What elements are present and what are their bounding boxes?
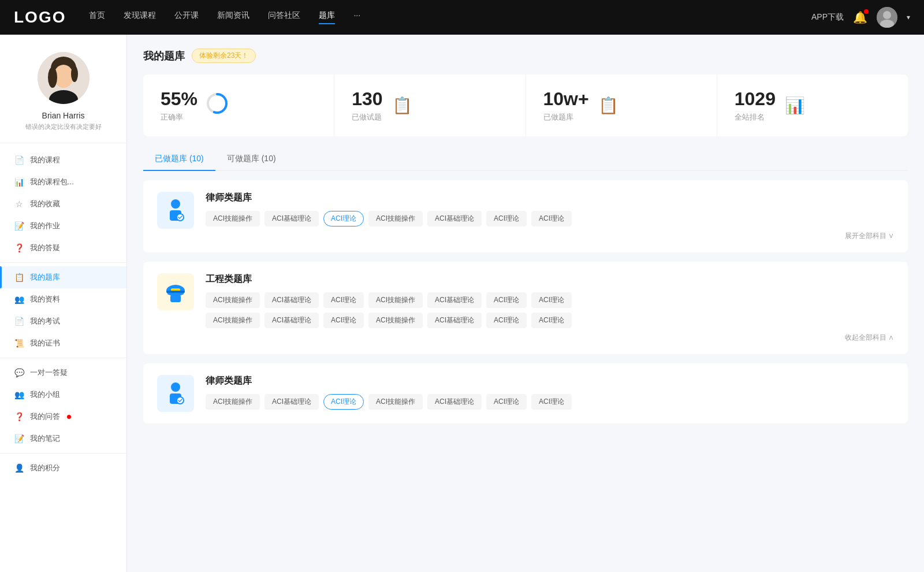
tab-done[interactable]: 已做题库 (10) [143,148,215,171]
sidebar-item-my-package[interactable]: 📊 我的课程包... [0,171,126,193]
tag-2-r2-6[interactable]: ACI理论 [531,313,572,328]
tag-3-1[interactable]: ACI基础理论 [264,394,319,410]
svg-point-7 [71,66,78,82]
nav-qa[interactable]: 问答社区 [268,10,300,24]
svg-point-11 [171,199,180,209]
sidebar-item-my-cert[interactable]: 📜 我的证书 [0,332,126,354]
tab-available[interactable]: 可做题库 (10) [215,148,288,171]
tag-3-0[interactable]: ACI技能操作 [206,394,260,410]
done-questions-label: 已做试题 [352,112,382,122]
tag-2-0[interactable]: ACI技能操作 [206,292,260,308]
sidebar-item-one-on-one[interactable]: 💬 一对一答疑 [0,362,126,384]
one-on-one-icon: 💬 [14,367,24,378]
accuracy-label: 正确率 [161,112,198,122]
stat-rank: 1029 全站排名 📊 [717,75,908,136]
tag-2-4[interactable]: ACI基础理论 [427,292,482,308]
sidebar-item-my-homework[interactable]: 📝 我的作业 [0,215,126,237]
sidebar-item-my-questions[interactable]: ❓ 我的问答 [0,406,126,428]
tag-3-5[interactable]: ACI理论 [486,394,527,410]
tag-3-2[interactable]: ACI理论 [323,394,364,410]
qbank-tags-2-row1: ACI技能操作 ACI基础理论 ACI理论 ACI技能操作 ACI基础理论 AC… [206,292,894,308]
sidebar-item-my-course[interactable]: 📄 我的课程 [0,149,126,171]
nav-discover[interactable]: 发现课程 [124,10,156,24]
sidebar-item-my-collect[interactable]: ☆ 我的收藏 [0,193,126,215]
my-points-icon: 👤 [14,463,24,473]
tag-2-6[interactable]: ACI理论 [531,292,572,308]
nav-home[interactable]: 首页 [89,10,105,24]
tag-3-6[interactable]: ACI理论 [531,394,572,410]
sidebar-item-my-points[interactable]: 👤 我的积分 [0,457,126,479]
done-banks-value: 10w+ [543,88,589,110]
sidebar-item-my-notes[interactable]: 📝 我的笔记 [0,428,126,450]
tag-2-r2-4[interactable]: ACI基础理论 [427,313,482,328]
tag-3-4[interactable]: ACI基础理论 [427,394,482,410]
tag-1-3[interactable]: ACI技能操作 [368,211,423,226]
stat-done-questions: 130 已做试题 📋 [334,75,526,136]
collapse-btn-2[interactable]: 收起全部科目 ∧ [206,333,894,343]
app-download[interactable]: APP下载 [811,12,844,23]
svg-point-21 [171,382,180,392]
tag-2-3[interactable]: ACI技能操作 [368,292,423,308]
tag-2-r2-0[interactable]: ACI技能操作 [206,313,260,328]
user-name: Brian Harris [42,111,85,120]
my-questions-icon: ❓ [14,411,24,422]
sidebar-item-my-exam[interactable]: 📄 我的考试 [0,310,126,332]
tag-1-1[interactable]: ACI基础理论 [264,211,319,226]
qbank-item-1: 律师类题库 ACI技能操作 ACI基础理论 ACI理论 ACI技能操作 ACI基… [143,180,908,252]
tag-2-r2-1[interactable]: ACI基础理论 [264,313,319,328]
svg-point-6 [48,67,57,88]
tag-2-5[interactable]: ACI理论 [486,292,527,308]
sidebar-item-my-qa[interactable]: ❓ 我的答疑 [0,237,126,259]
tag-1-5[interactable]: ACI理论 [486,211,527,226]
nav-menu: 首页 发现课程 公开课 新闻资讯 问答社区 题库 ··· [89,10,811,24]
my-notes-icon: 📝 [14,433,24,444]
user-motto: 错误的决定比没有决定要好 [25,122,102,131]
tag-1-2[interactable]: ACI理论 [323,211,364,226]
notification-dot [864,9,869,14]
tag-1-4[interactable]: ACI基础理论 [427,211,482,226]
sidebar-menu: 📄 我的课程 📊 我的课程包... ☆ 我的收藏 📝 我的作业 ❓ 我的答疑 � [0,143,126,485]
tag-2-r2-2[interactable]: ACI理论 [323,313,364,328]
qbank-tags-1: ACI技能操作 ACI基础理论 ACI理论 ACI技能操作 ACI基础理论 AC… [206,211,894,226]
qbank-item-3: 律师类题库 ACI技能操作 ACI基础理论 ACI理论 ACI技能操作 ACI基… [143,363,908,424]
nav-qbank[interactable]: 题库 [319,10,335,24]
rank-icon: 📊 [785,96,805,115]
stat-accuracy: 55% 正确率 [143,75,334,136]
qbank-title-2: 工程类题库 [206,273,894,285]
tag-2-r2-3[interactable]: ACI技能操作 [368,313,423,328]
sidebar-item-my-profile[interactable]: 👥 我的资料 [0,288,126,310]
main-content: 我的题库 体验剩余23天！ 55% 正确率 130 [127,35,924,572]
qbank-icon-2 [157,273,194,310]
nav-more[interactable]: ··· [353,10,360,24]
page-layout: Brian Harris 错误的决定比没有决定要好 📄 我的课程 📊 我的课程包… [0,0,924,572]
questions-badge [67,415,71,419]
nav-news[interactable]: 新闻资讯 [217,10,249,24]
notification-bell[interactable]: 🔔 [853,10,867,24]
expand-btn-1[interactable]: 展开全部科目 ∨ [206,231,894,241]
sidebar-divider-3 [0,453,126,454]
sidebar-item-my-group[interactable]: 👥 我的小组 [0,384,126,406]
svg-point-1 [883,11,891,19]
tag-2-1[interactable]: ACI基础理论 [264,292,319,308]
tag-2-2[interactable]: ACI理论 [323,292,364,308]
sidebar-divider-2 [0,358,126,358]
nav-public-course[interactable]: 公开课 [174,10,199,24]
sidebar-profile: Brian Harris 错误的决定比没有决定要好 [0,52,126,143]
tag-2-r2-5[interactable]: ACI理论 [486,313,527,328]
tag-1-0[interactable]: ACI技能操作 [206,211,260,226]
user-avatar[interactable] [877,7,897,28]
qbank-tags-2-row2: ACI技能操作 ACI基础理论 ACI理论 ACI技能操作 ACI基础理论 AC… [206,313,894,328]
my-qa-icon: ❓ [14,243,24,253]
page-title: 我的题库 [143,49,185,63]
tag-3-3[interactable]: ACI技能操作 [368,394,423,410]
tag-1-6[interactable]: ACI理论 [531,211,572,226]
my-group-icon: 👥 [14,389,24,400]
qbank-item-2: 工程类题库 ACI技能操作 ACI基础理论 ACI理论 ACI技能操作 ACI基… [143,262,908,354]
my-collect-icon: ☆ [14,199,24,209]
qbank-title-3: 律师类题库 [206,375,894,387]
user-dropdown[interactable]: ▾ [907,13,910,21]
trial-badge: 体验剩余23天！ [192,49,256,63]
sidebar-item-my-qbank[interactable]: 📋 我的题库 [0,266,126,288]
qbank-content-1: 律师类题库 ACI技能操作 ACI基础理论 ACI理论 ACI技能操作 ACI基… [206,192,894,241]
logo: LOGO [14,8,66,27]
